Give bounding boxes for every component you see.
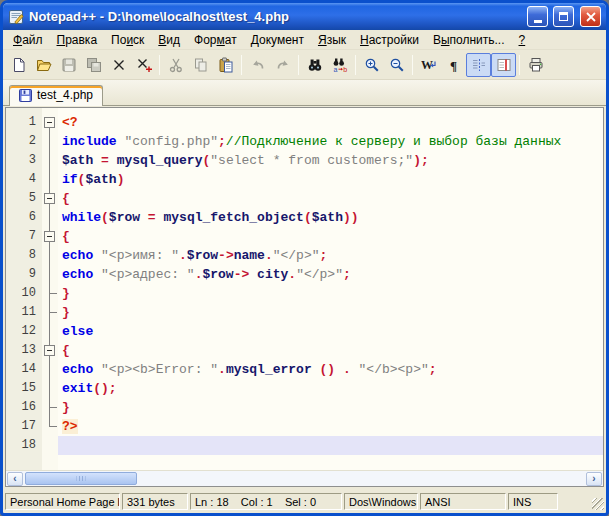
code-line-8[interactable]: 8echo "<p>имя: ".$row->name."</p>"; [6,246,603,265]
word-wrap-button[interactable]: W [416,53,441,77]
tab-test-4-php[interactable]: test_4.php [9,85,103,106]
code-line-2[interactable]: 2include "config.php";//Подключение к се… [6,132,603,151]
close-file-button[interactable] [106,53,131,77]
code-text[interactable]: { [58,189,603,208]
cut-icon [168,57,184,73]
code-line-4[interactable]: 4if($ath) [6,170,603,189]
zoom-out-button[interactable] [384,53,409,77]
new-file-button[interactable] [6,53,31,77]
fold-margin-cell [42,303,58,322]
print-button[interactable] [523,53,548,77]
code-line-3[interactable]: 3$ath = mysql_query("select * from custo… [6,151,603,170]
code-text[interactable]: } [58,398,603,417]
scroll-right-button[interactable]: › [586,472,602,486]
fold-toggle[interactable] [42,341,58,360]
minimize-button[interactable] [527,6,548,27]
menu-run[interactable]: Выполнить... [426,31,512,49]
status-typing-mode: INS [508,493,558,510]
code-text[interactable]: echo "<p>имя: ".$row->name."</p>"; [58,246,603,265]
zoom-out-icon [389,57,405,73]
code-text[interactable]: ?> [58,417,603,436]
resize-grip[interactable] [591,493,604,510]
scroll-left-button[interactable]: ‹ [7,472,23,486]
undo-button [245,53,270,77]
notepad-window: Notepad++ - D:\home\localhost\test_4.php… [0,0,609,516]
close-button[interactable] [580,6,601,27]
zoom-in-icon [364,57,380,73]
fold-toggle[interactable] [42,189,58,208]
code-line-6[interactable]: 6while($row = mysql_fetch_object($ath)) [6,208,603,227]
zoom-in-button[interactable] [359,53,384,77]
menu-format[interactable]: Формат [187,31,244,49]
menu-search[interactable]: Поиск [104,31,151,49]
menu-settings[interactable]: Настройки [353,31,426,49]
maximize-button[interactable] [553,6,574,27]
code-line-12[interactable]: 12else [6,322,603,341]
code-text[interactable]: if($ath) [58,170,603,189]
horizontal-scrollbar[interactable]: ‹ › [6,470,603,486]
code-editor[interactable]: 1<?2include "config.php";//Подключение к… [6,108,603,470]
replace-button[interactable]: ab [327,53,352,77]
code-text[interactable]: include "config.php";//Подключение к сер… [58,132,603,151]
code-text[interactable]: } [58,303,603,322]
code-line-9[interactable]: 9echo "<p>адрес: ".$row-> city."</p>"; [6,265,603,284]
menu-document[interactable]: Документ [244,31,311,49]
fold-toggle[interactable] [42,113,58,132]
code-text[interactable]: while($row = mysql_fetch_object($ath)) [58,208,603,227]
line-number: 7 [6,227,42,246]
menu-edit[interactable]: Правка [50,31,105,49]
open-file-button[interactable] [31,53,56,77]
code-line-15[interactable]: 15exit(); [6,379,603,398]
show-all-characters-button[interactable]: ¶ [441,53,466,77]
saved-file-icon [19,89,32,102]
code-text[interactable]: else [58,322,603,341]
code-line-16[interactable]: 16} [6,398,603,417]
scroll-thumb[interactable] [25,472,137,485]
code-line-13[interactable]: 13{ [6,341,603,360]
code-text[interactable]: { [58,341,603,360]
code-text[interactable]: } [58,284,603,303]
notepad-app-icon [8,9,24,25]
code-line-10[interactable]: 10} [6,284,603,303]
line-number: 3 [6,151,42,170]
code-text[interactable]: echo "<p>адрес: ".$row-> city."</p>"; [58,265,603,284]
paste-icon [218,57,234,73]
code-line-18[interactable]: 18 [6,436,603,455]
find-button[interactable] [302,53,327,77]
scroll-track[interactable] [137,472,586,486]
code-line-1[interactable]: 1<? [6,113,603,132]
code-text[interactable]: { [58,227,603,246]
undo-icon [250,57,266,73]
code-text[interactable] [58,436,603,455]
code-text[interactable]: <? [58,113,603,132]
line-number: 5 [6,189,42,208]
code-line-11[interactable]: 11} [6,303,603,322]
title-bar[interactable]: Notepad++ - D:\home\localhost\test_4.php [3,3,606,30]
menu-help[interactable]: ? [512,31,533,49]
code-text[interactable]: $ath = mysql_query("select * from custom… [58,151,603,170]
indent-guide-icon [471,57,487,73]
code-line-17[interactable]: 17?> [6,417,603,436]
indent-guide-button[interactable] [466,53,491,77]
code-text[interactable]: echo "<p><b>Error: ".mysql_error () . "<… [58,360,603,379]
menu-file[interactable]: Файл [6,31,50,49]
window-title: Notepad++ - D:\home\localhost\test_4.php [29,9,522,24]
paste-button[interactable] [213,53,238,77]
vertical-edge-button[interactable] [491,53,516,77]
minimize-icon [534,20,542,23]
code-text[interactable]: exit(); [58,379,603,398]
print-icon [528,57,544,73]
code-line-7[interactable]: 7{ [6,227,603,246]
line-number: 11 [6,303,42,322]
status-bar: Personal Home Page langu.331 bytesLn : 1… [3,491,606,513]
fold-margin-cell [42,208,58,227]
menu-language[interactable]: Язык [311,31,353,49]
fold-toggle[interactable] [42,227,58,246]
line-number: 13 [6,341,42,360]
close-all-button[interactable] [131,53,156,77]
menu-view[interactable]: Вид [151,31,187,49]
code-line-5[interactable]: 5{ [6,189,603,208]
copy-button [188,53,213,77]
code-line-14[interactable]: 14echo "<p><b>Error: ".mysql_error () . … [6,360,603,379]
new-file-icon [11,57,27,73]
